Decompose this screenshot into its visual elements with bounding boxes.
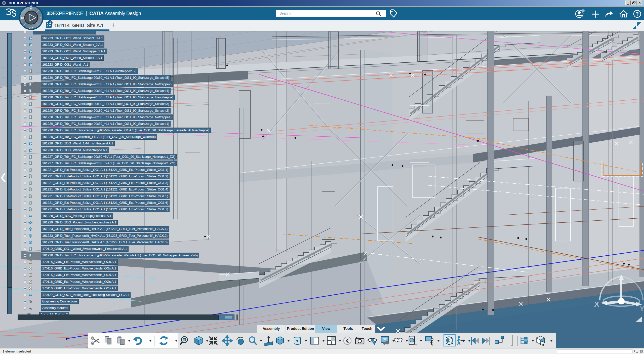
svg-text:i²: i²	[40, 17, 42, 19]
svg-text:i: i	[641, 350, 642, 353]
svg-text:Z: Z	[619, 270, 623, 276]
svg-text:V+R: V+R	[29, 27, 33, 29]
svg-text:?: ?	[636, 11, 639, 17]
svg-text:3D: 3D	[21, 17, 24, 19]
svg-text:Y: Y	[639, 304, 644, 312]
svg-text:?: ?	[296, 340, 298, 344]
svg-text:X: X	[594, 300, 599, 308]
